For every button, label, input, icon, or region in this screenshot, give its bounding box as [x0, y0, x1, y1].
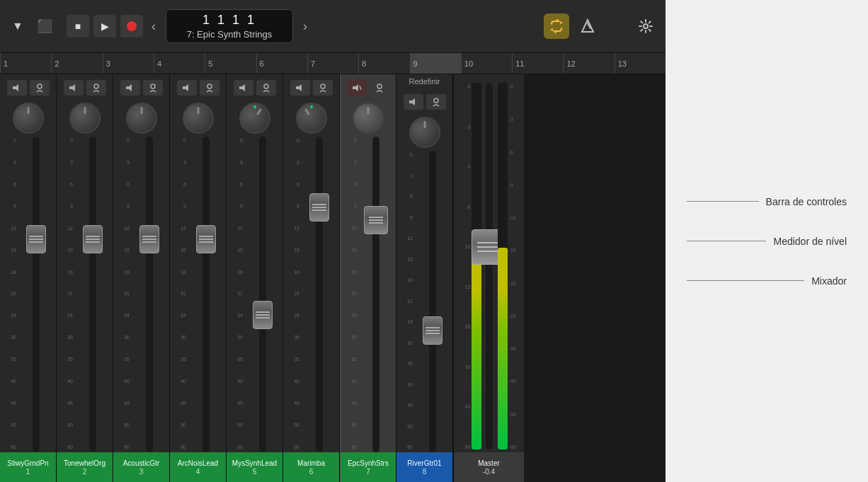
loop-btn[interactable] [544, 13, 569, 39]
channel-8-fader-area: 03691215182124303540455060 [396, 151, 452, 452]
channel-6-solo[interactable] [313, 80, 333, 96]
channel-4-mute[interactable] [177, 80, 197, 96]
master-vu-left-fill [472, 248, 481, 449]
channel-4-label[interactable]: ArcNoisLead 4 [170, 452, 226, 482]
channel-7-fader-track-container [358, 137, 394, 452]
channel-5-fader-handle[interactable] [253, 301, 273, 329]
channel-1-fader-handle[interactable] [26, 225, 46, 253]
channel-7-pan-knob[interactable] [353, 103, 384, 134]
channel-2-scale: 03691215182124303540455060 [58, 137, 74, 452]
dropdown-btn[interactable]: ▼ [7, 16, 28, 37]
channel-8-name: RiverGtr01 [407, 459, 441, 468]
channel-2-solo[interactable] [86, 80, 106, 96]
channel-6-name: Marimba [297, 459, 325, 468]
channel-8-fader-track-container [413, 151, 451, 452]
channel-6-fader-handle[interactable] [309, 193, 329, 222]
channel-1-scale: 03691215182124303540455060 [1, 137, 17, 452]
channel-2-label[interactable]: TonewhelOrg 2 [57, 452, 113, 482]
ruler-mark-4: 4 [154, 53, 205, 74]
channel-8-pan-knob[interactable] [409, 117, 440, 148]
channel-4-fader-handle[interactable] [196, 225, 216, 253]
channel-1-name: StiwyGrndPn [7, 459, 48, 468]
channel-7-mute[interactable] [347, 80, 367, 96]
svg-point-10 [151, 84, 155, 88]
transport-section: ■ ▶ [67, 15, 143, 38]
channel-1-solo[interactable] [30, 80, 50, 96]
channel-2-knob-container [69, 103, 101, 134]
channel-3-solo[interactable] [143, 80, 163, 96]
master-vu-right-fill [498, 248, 508, 449]
channel-1-pan-knob[interactable] [13, 103, 44, 134]
svg-point-8 [94, 84, 98, 88]
channel-3-fader-handle[interactable] [139, 225, 159, 253]
play-btn[interactable]: ▶ [93, 15, 116, 38]
master-fader-section: 6306101520304060 [454, 83, 524, 452]
channel-1-label[interactable]: StiwyGrndPn 1 [0, 452, 56, 482]
channel-4-solo[interactable] [200, 80, 219, 96]
svg-marker-17 [353, 84, 358, 91]
channel-3-mute[interactable] [120, 80, 140, 96]
ruler-mark-9: 9 [410, 53, 461, 74]
channel-8-fader-handle[interactable] [423, 316, 442, 345]
svg-point-4 [644, 24, 648, 28]
label-line-1 [687, 201, 759, 202]
channel-4-number: 4 [196, 468, 200, 476]
channel-5-pan-knob[interactable] [239, 103, 270, 134]
channel-7-fader-area: 03691215182124303540455060 [341, 137, 396, 452]
channel-7-solo[interactable] [370, 80, 389, 96]
channel-5-mute[interactable] [234, 80, 253, 96]
nav-prev-arrow[interactable]: ‹ [149, 19, 159, 34]
label-level-meter: Medidor de nível [687, 236, 847, 247]
channel-6-pan-knob[interactable] [296, 103, 327, 134]
svg-point-14 [264, 84, 268, 88]
svg-marker-0 [560, 21, 563, 24]
label-control-bar-text: Barra de controles [766, 196, 847, 207]
channel-7-label[interactable]: EpcSynhStrs 7 [341, 452, 396, 482]
channel-2-mute[interactable] [64, 80, 84, 96]
master-bottom-label[interactable]: Master -0.4 [454, 452, 524, 482]
stop-btn[interactable]: ■ [67, 15, 89, 38]
channel-4-knob-indicator [197, 107, 199, 114]
channel-5-knob-indicator [256, 108, 262, 115]
channel-1-fader-track-container [17, 137, 55, 452]
channel-2-fader-handle[interactable] [83, 225, 103, 253]
channel-6-mute[interactable] [290, 80, 310, 96]
channel-8-solo[interactable] [426, 94, 446, 110]
channel-3-scale: 03691215182124303540455060 [115, 137, 130, 452]
svg-marker-20 [409, 98, 415, 105]
channel-4-pan-knob[interactable] [183, 103, 214, 134]
channel-7-knob-indicator [367, 107, 370, 114]
channel-3-controls [113, 74, 169, 100]
channel-5-number: 5 [253, 468, 257, 476]
channel-3-pan-knob[interactable] [126, 103, 157, 134]
channel-5-solo[interactable] [256, 80, 276, 96]
channel-3-label[interactable]: AcousticGtr 3 [113, 452, 169, 482]
channel-4-fader-track [202, 137, 210, 452]
record-btn[interactable] [120, 15, 143, 38]
channel-6-label[interactable]: Marimba 6 [283, 452, 339, 482]
svg-marker-5 [13, 84, 18, 91]
nav-next-arrow[interactable]: › [300, 19, 310, 34]
channel-4-scale: 03691215182124303540455060 [171, 137, 187, 452]
library-btn[interactable]: ⬛ [34, 16, 55, 37]
channel-1-fader-track [33, 137, 40, 452]
position-display[interactable]: 1 1 1 1 7: Epic Synth Strings [166, 9, 293, 43]
label-mixer: Mixador [687, 275, 847, 287]
label-control-bar: Barra de controles [687, 196, 847, 207]
timeline-ruler: 1 2 3 4 5 6 7 8 9 10 11 12 13 [0, 53, 666, 74]
channel-7-fader-handle[interactable] [364, 206, 388, 234]
channel-8-fader-track [429, 151, 436, 452]
svg-marker-7 [69, 84, 75, 91]
channel-3-fader-track [146, 137, 153, 452]
channel-8-mute[interactable] [404, 94, 423, 110]
channel-1-mute[interactable] [7, 80, 27, 96]
channel-7-scale: 03691215182124303540455060 [342, 137, 358, 452]
channel-4-knob-container [183, 103, 214, 134]
channel-2-pan-knob[interactable] [69, 103, 101, 134]
channel-5-fader-track-container [244, 137, 281, 452]
channel-8-label[interactable]: RiverGtr01 8 [396, 452, 452, 482]
channel-strip-5: 03691215182124303540455060 MysSynhLead 5 [227, 74, 283, 482]
settings-btn[interactable] [633, 13, 658, 39]
channel-5-label[interactable]: MysSynhLead 5 [227, 452, 282, 482]
metronome-btn[interactable] [575, 13, 600, 39]
